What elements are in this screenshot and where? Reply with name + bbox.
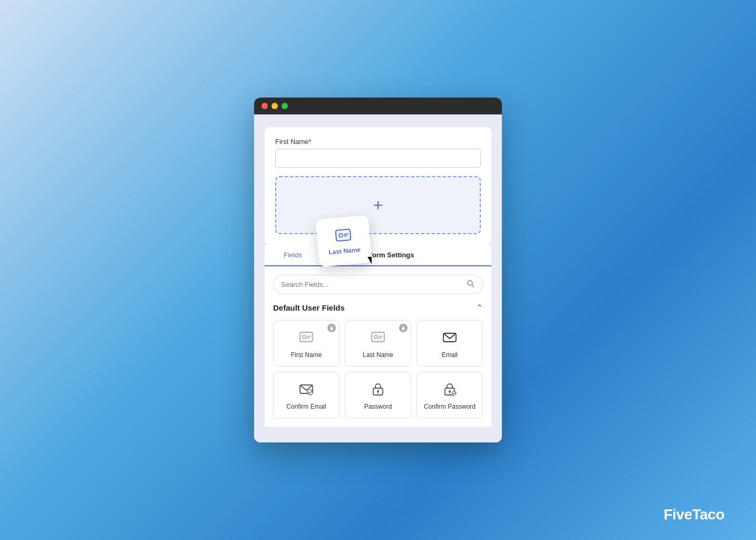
email-field-label: Email <box>442 351 458 359</box>
last-name-icon <box>369 328 387 347</box>
svg-point-21 <box>452 391 456 396</box>
svg-point-0 <box>468 281 472 285</box>
add-field-icon: + <box>373 196 383 215</box>
section-header: Default User Fields ⌃ <box>273 303 483 313</box>
last-name-field-label: Last Name <box>363 351 393 359</box>
password-icon <box>369 380 387 399</box>
lock-badge-last <box>399 324 408 332</box>
confirm-email-icon <box>297 380 316 399</box>
field-card-last-name[interactable]: Last Name <box>345 320 411 367</box>
first-name-icon <box>297 328 316 347</box>
maximize-dot[interactable] <box>282 103 288 109</box>
tab-fields[interactable]: Fields <box>275 245 311 266</box>
lock-badge <box>327 324 336 332</box>
svg-rect-22 <box>335 229 351 241</box>
form-card: First Name* + <box>265 127 491 245</box>
section-title: Default User Fields <box>273 303 345 312</box>
search-bar[interactable] <box>273 275 483 294</box>
drag-card-icon <box>334 227 353 245</box>
svg-rect-2 <box>331 327 333 330</box>
confirm-password-icon <box>440 380 459 399</box>
svg-rect-17 <box>377 392 379 393</box>
titlebar <box>254 98 502 114</box>
fields-panel: Default User Fields ⌃ <box>265 266 491 427</box>
svg-rect-3 <box>300 332 313 342</box>
drag-card-label: Last Name <box>328 246 361 256</box>
svg-rect-5 <box>307 336 311 337</box>
first-name-field-label: First Name <box>291 351 322 359</box>
drop-zone[interactable]: + <box>275 176 481 234</box>
first-name-input[interactable] <box>275 149 481 168</box>
tabs-bar: Fields Conditions Form Settings <box>265 245 491 266</box>
svg-line-1 <box>472 285 474 287</box>
first-name-label: First Name* <box>275 138 481 146</box>
search-icon <box>467 279 475 290</box>
chevron-up-icon[interactable]: ⌃ <box>476 303 483 313</box>
svg-rect-11 <box>379 338 381 339</box>
confirm-email-field-label: Confirm Email <box>286 403 326 410</box>
email-icon <box>440 328 459 347</box>
password-field-label: Password <box>364 403 392 410</box>
svg-rect-20 <box>449 392 450 393</box>
field-card-confirm-email[interactable]: Confirm Email <box>273 372 340 418</box>
cursor-pointer <box>367 257 372 264</box>
field-card-confirm-password[interactable]: Confirm Password <box>416 372 483 418</box>
confirm-password-field-label: Confirm Password <box>424 403 476 410</box>
svg-rect-8 <box>372 332 384 342</box>
field-grid-row2: Confirm Email Password <box>273 372 483 418</box>
svg-rect-10 <box>379 336 383 337</box>
svg-rect-6 <box>307 338 309 339</box>
field-card-first-name[interactable]: First Name <box>273 320 340 367</box>
browser-window: First Name* + Fields Conditions Form Set… <box>254 98 502 442</box>
minimize-dot[interactable] <box>272 103 278 109</box>
field-grid-row1: First Name Last Nam <box>273 320 483 367</box>
brand-logo: FiveTaco <box>664 506 724 523</box>
search-input[interactable] <box>281 281 462 288</box>
field-card-email[interactable]: Email <box>416 320 483 367</box>
drag-card-last-name: Last Name <box>315 215 372 267</box>
field-card-password[interactable]: Password <box>345 372 411 418</box>
browser-content: First Name* + Fields Conditions Form Set… <box>254 114 502 442</box>
svg-rect-7 <box>402 327 405 330</box>
close-dot[interactable] <box>261 103 268 109</box>
